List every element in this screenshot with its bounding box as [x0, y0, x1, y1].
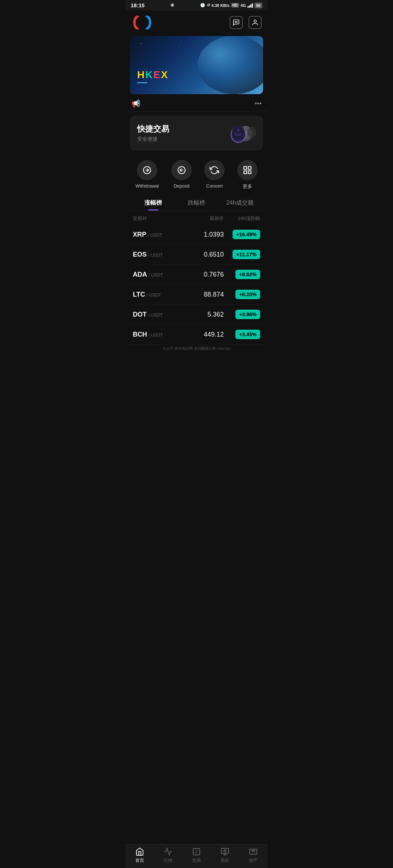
battery-level: 56 — [254, 3, 262, 8]
action-withdrawal[interactable]: Withdrawal — [135, 160, 159, 190]
tab-losers[interactable]: 跌幅榜 — [175, 196, 218, 210]
change-bch: +3.45% — [224, 330, 260, 339]
coin-pair-ltc: LTC / USDT — [133, 291, 187, 298]
market-row-bch[interactable]: BCH / USDT 449.12 +3.45% — [126, 325, 267, 345]
profile-button[interactable] — [249, 16, 262, 29]
status-icon: ✳ — [170, 3, 174, 8]
quick-trade-subtitle: 安全便捷 — [137, 136, 169, 142]
tab-volume[interactable]: 24h成交额 — [218, 196, 262, 210]
coin-pair-ada: ADA / USDT — [133, 271, 187, 278]
market-row-dot[interactable]: DOT / USDT 5.362 +3.96% — [126, 305, 267, 325]
network-speed: 4.30 KB/s — [211, 3, 230, 8]
watermark: 公众号·星评项目网 首码圈项目网 ccso.top — [126, 345, 267, 380]
svg-rect-12 — [244, 166, 247, 169]
svg-point-3 — [254, 20, 257, 23]
quick-trade-info: 快捷交易 安全便捷 — [137, 124, 169, 142]
quick-trade-title: 快捷交易 — [137, 124, 169, 134]
change-ltc: +6.20% — [224, 290, 260, 299]
change-xrp: +16.49% — [224, 230, 260, 239]
header-icons — [230, 16, 262, 29]
more-icon-circle — [237, 160, 258, 180]
refresh-icon: ↺ — [207, 3, 210, 8]
svg-rect-13 — [248, 166, 251, 169]
action-row: Withdrawal Deposit Convert — [126, 154, 267, 196]
star-dot — [181, 41, 182, 42]
price-xrp: 1.0393 — [187, 231, 224, 238]
svg-rect-14 — [244, 171, 247, 174]
price-dot: 5.362 — [187, 311, 224, 318]
action-more[interactable]: 更多 — [237, 160, 258, 190]
banner-text: HKEX — [137, 69, 168, 83]
svg-point-1 — [236, 22, 237, 23]
signal-bars — [247, 3, 253, 8]
svg-text:USDT: USDT — [235, 133, 242, 136]
col-pair-header: 交易对 — [133, 215, 187, 222]
svg-text:T: T — [237, 129, 239, 132]
col-price-header: 最新价 — [187, 215, 224, 222]
svg-point-11 — [247, 127, 256, 137]
change-ada: +8.62% — [224, 270, 260, 279]
banner-h: H — [137, 69, 145, 80]
banner-x: X — [161, 69, 168, 80]
quick-trade-card[interactable]: 快捷交易 安全便捷 $ T USDT — [130, 116, 263, 150]
price-bch: 449.12 — [187, 331, 224, 338]
action-deposit[interactable]: Deposit — [171, 160, 192, 190]
action-convert[interactable]: Convert — [204, 160, 225, 190]
change-eos: +11.17% — [224, 250, 260, 259]
app-logo[interactable] — [131, 14, 153, 31]
network-type: 4G — [241, 3, 246, 8]
star-dot — [148, 58, 148, 58]
status-bar: 18:15 ✳ 🕐 ↺ 4.30 KB/s HD 4G 56 — [126, 0, 267, 11]
coins-visual: $ T USDT — [219, 122, 256, 144]
coin-pair-dot: DOT / USDT — [133, 311, 187, 318]
coin-pair-bch: BCH / USDT — [133, 331, 187, 338]
coin-pair-eos: EOS / USDT — [133, 251, 187, 258]
price-ltc: 88.874 — [187, 291, 224, 298]
chat-button[interactable] — [230, 16, 243, 29]
svg-point-0 — [235, 22, 236, 23]
market-row-ltc[interactable]: LTC / USDT 88.874 +6.20% — [126, 285, 267, 305]
market-row-eos[interactable]: EOS / USDT 0.6510 +11.17% — [126, 245, 267, 265]
deposit-label: Deposit — [174, 183, 190, 189]
announcement-bar: 📢 ••• — [126, 96, 267, 112]
app-header — [126, 11, 267, 35]
col-change-header: 24h涨跌幅 — [224, 215, 260, 222]
convert-icon-circle — [204, 160, 225, 180]
promo-banner[interactable]: HKEX — [130, 36, 263, 94]
market-list: XRP / USDT 1.0393 +16.49% EOS / USDT 0.6… — [126, 225, 267, 345]
banner-e: E — [153, 69, 161, 80]
withdrawal-label: Withdrawal — [135, 183, 159, 189]
more-label: 更多 — [243, 183, 252, 190]
coin-pair-xrp: XRP / USDT — [133, 231, 187, 238]
status-time: 18:15 — [131, 2, 144, 8]
table-header: 交易对 最新价 24h涨跌幅 — [126, 212, 267, 225]
price-ada: 0.7676 — [187, 271, 224, 278]
tab-gainers[interactable]: 涨幅榜 — [131, 196, 175, 210]
star-dot — [159, 51, 159, 51]
svg-rect-15 — [248, 171, 251, 174]
market-tabs: 涨幅榜 跌幅榜 24h成交额 — [126, 196, 267, 211]
banner-k: K — [145, 69, 153, 80]
clock-icon: 🕐 — [200, 3, 205, 8]
deposit-icon-circle — [171, 160, 192, 180]
status-right: 🕐 ↺ 4.30 KB/s HD 4G 56 — [200, 3, 262, 8]
market-row-xrp[interactable]: XRP / USDT 1.0393 +16.49% — [126, 225, 267, 245]
hd-badge: HD — [231, 3, 239, 8]
withdrawal-icon-circle — [137, 160, 157, 180]
banner-earth — [198, 36, 263, 94]
banner-title: HKEX — [137, 69, 168, 81]
star-dot — [141, 43, 142, 44]
change-dot: +3.96% — [224, 310, 260, 319]
megaphone-icon: 📢 — [131, 99, 140, 108]
price-eos: 0.6510 — [187, 251, 224, 258]
svg-point-2 — [237, 22, 238, 23]
market-row-ada[interactable]: ADA / USDT 0.7676 +8.62% — [126, 265, 267, 285]
svg-point-8 — [232, 126, 245, 140]
convert-label: Convert — [206, 183, 223, 189]
banner-underline — [137, 82, 147, 83]
more-dots-button[interactable]: ••• — [255, 100, 262, 108]
